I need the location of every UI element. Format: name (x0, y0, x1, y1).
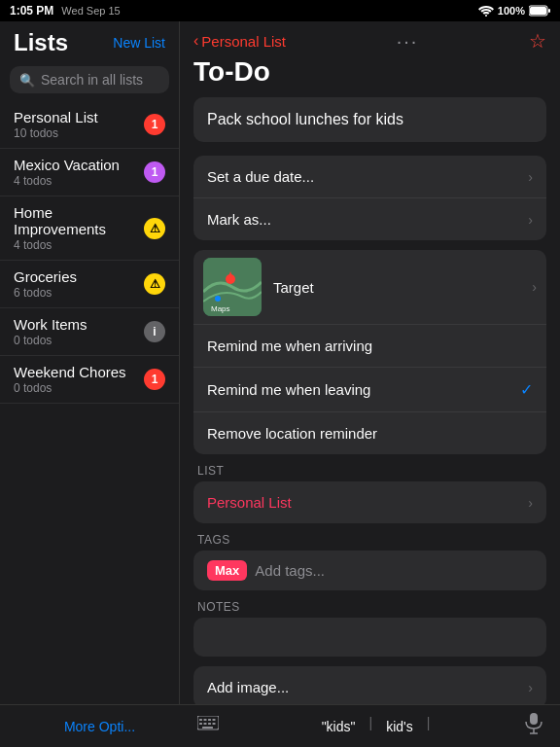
list-item-count: 0 todos (14, 381, 144, 395)
detail-scroll: Pack school lunches for kids Set a due d… (180, 97, 560, 704)
remind-arriving-label: Remind me when arriving (207, 338, 372, 354)
svg-point-8 (215, 296, 221, 302)
remind-leaving-row[interactable]: Remind me when leaving ✓ (193, 368, 546, 412)
bottom-toolbar: More Opti... "kids" | kid's | (0, 704, 560, 747)
remind-leaving-label: Remind me when leaving (207, 381, 370, 398)
remind-arriving-row[interactable]: Remind me when arriving (193, 325, 546, 368)
notes-input[interactable] (193, 618, 546, 657)
add-tags-label[interactable]: Add tags... (255, 562, 325, 579)
list-selector-row[interactable]: Personal List › (193, 481, 546, 523)
list-item-count: 6 todos (14, 286, 144, 300)
status-time: 1:05 PM (10, 4, 53, 18)
map-thumbnail: Maps (203, 258, 262, 316)
svg-rect-14 (199, 723, 202, 725)
due-date-group: Set a due date... › Mark as... › (193, 156, 546, 240)
search-icon: 🔍 (19, 73, 35, 88)
status-date: Wed Sep 15 (61, 5, 120, 17)
sidebar-item-groceries[interactable]: Groceries 6 todos ⚠ (0, 261, 179, 308)
list-badge: 1 (144, 161, 165, 183)
svg-rect-10 (199, 719, 202, 721)
chevron-right-icon: › (528, 680, 533, 695)
add-image-label: Add image... (207, 679, 289, 695)
app-container: Lists New List 🔍 Search in all lists Per… (0, 21, 560, 704)
list-item-count: 4 todos (14, 238, 144, 252)
add-image-row[interactable]: Add image... › (193, 666, 546, 704)
svg-rect-11 (204, 719, 207, 721)
star-button[interactable]: ☆ (529, 29, 546, 53)
location-group: Maps Target › Remind me when arriving Re… (193, 250, 546, 454)
list-items: Personal List 10 todos 1 Mexico Vacation… (0, 101, 179, 704)
sidebar-item-work[interactable]: Work Items 0 todos i (0, 308, 179, 356)
autocomplete-item-2[interactable]: kid's (376, 715, 423, 738)
svg-rect-15 (204, 723, 207, 725)
sidebar-title: Lists (14, 29, 68, 56)
svg-point-0 (485, 15, 487, 17)
list-badge: ⚠ (144, 218, 165, 239)
notes-section-label: NOTES (197, 600, 542, 614)
more-button[interactable]: ··· (397, 30, 419, 53)
tags-row[interactable]: Max Add tags... (193, 551, 546, 590)
sidebar-item-weekend[interactable]: Weekend Chores 0 todos 1 (0, 356, 179, 404)
back-chevron-icon: ‹ (193, 32, 198, 50)
svg-rect-17 (213, 723, 216, 725)
chevron-right-icon: › (528, 495, 533, 511)
new-list-button[interactable]: New List (113, 35, 165, 51)
search-input[interactable]: Search in all lists (41, 72, 143, 88)
chevron-right-icon: › (532, 279, 537, 295)
svg-rect-13 (213, 719, 216, 721)
sidebar: Lists New List 🔍 Search in all lists Per… (0, 21, 180, 704)
sidebar-header: Lists New List (0, 21, 179, 62)
status-icons: 100% (478, 5, 550, 17)
list-item-name: Weekend Chores (14, 364, 144, 380)
list-badge: 1 (144, 114, 165, 135)
autocomplete-bar: "kids" | kid's | (312, 715, 433, 738)
list-item-count: 4 todos (14, 174, 144, 188)
tags-section-label: TAGS (197, 533, 542, 547)
svg-rect-16 (208, 723, 211, 725)
checkmark-icon: ✓ (520, 380, 533, 399)
battery-text: 100% (498, 5, 525, 17)
autocomplete-item-1[interactable]: "kids" (312, 715, 366, 738)
detail-header: ‹ Personal List ··· ☆ (180, 21, 560, 56)
svg-text:Maps: Maps (211, 304, 230, 313)
svg-rect-12 (208, 719, 211, 721)
mark-as-label: Mark as... (207, 211, 271, 228)
svg-rect-2 (530, 7, 546, 15)
mark-as-row[interactable]: Mark as... › (193, 198, 546, 240)
remove-location-row[interactable]: Remove location reminder (193, 412, 546, 454)
list-name: Personal List (207, 494, 292, 511)
due-date-label: Set a due date... (207, 168, 314, 185)
sidebar-item-mexico[interactable]: Mexico Vacation 4 todos 1 (0, 149, 179, 196)
list-item-name: Groceries (14, 268, 144, 285)
task-text[interactable]: Pack school lunches for kids (207, 111, 533, 128)
list-item-name: Home Improvements (14, 204, 144, 237)
remove-location-label: Remove location reminder (207, 425, 377, 442)
sidebar-item-personal[interactable]: Personal List 10 todos 1 (0, 101, 179, 149)
task-input-row[interactable]: Pack school lunches for kids (193, 97, 546, 142)
list-item-count: 10 todos (14, 126, 144, 140)
svg-rect-18 (202, 727, 213, 729)
mic-icon[interactable] (525, 713, 542, 739)
chevron-right-icon: › (528, 169, 533, 185)
back-button[interactable]: ‹ Personal List (193, 32, 286, 50)
due-date-row[interactable]: Set a due date... › (193, 156, 546, 198)
wifi-icon (478, 5, 494, 17)
tag-max[interactable]: Max (207, 560, 247, 581)
more-options-button[interactable]: More Opti... (64, 719, 135, 734)
keyboard-icon[interactable] (197, 716, 219, 736)
sidebar-item-home[interactable]: Home Improvements 4 todos ⚠ (0, 196, 179, 261)
detail-panel: ‹ Personal List ··· ☆ To-Do Pack school … (180, 21, 560, 704)
list-item-name: Mexico Vacation (14, 157, 144, 173)
battery-icon (529, 5, 550, 17)
sidebar-toolbar: More Opti... (10, 719, 190, 734)
list-item-count: 0 todos (14, 334, 144, 347)
location-label: Target (273, 279, 520, 296)
detail-toolbar: "kids" | kid's | (190, 713, 550, 739)
list-item-name: Work Items (14, 316, 144, 333)
status-bar: 1:05 PM Wed Sep 15 100% (0, 0, 560, 21)
search-bar[interactable]: 🔍 Search in all lists (10, 66, 169, 93)
map-row[interactable]: Maps Target › (193, 250, 546, 325)
back-label: Personal List (201, 33, 286, 50)
list-badge: ⚠ (144, 273, 165, 295)
list-badge: 1 (144, 369, 165, 390)
